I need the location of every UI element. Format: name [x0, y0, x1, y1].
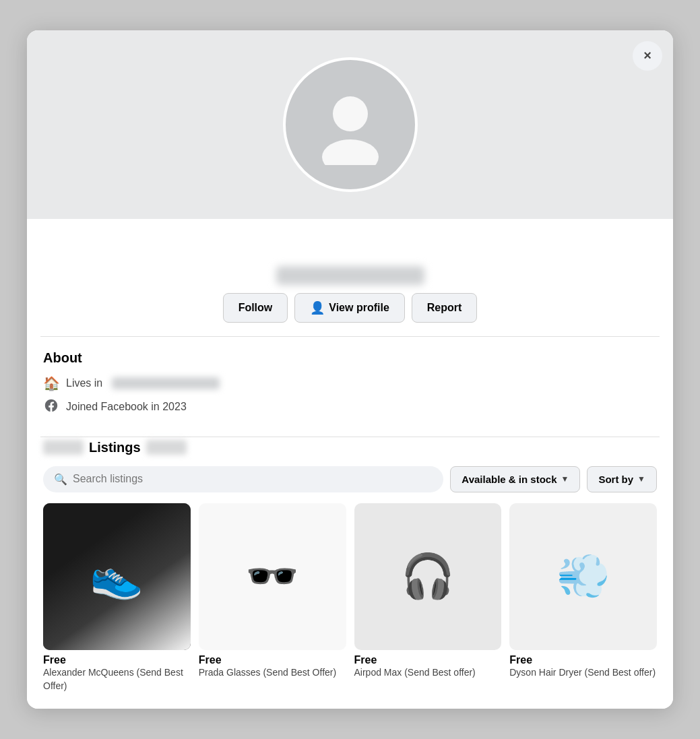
chevron-down-icon: ▼	[561, 474, 569, 484]
username-area	[27, 219, 673, 293]
search-icon: 🔍	[54, 473, 67, 486]
follow-button[interactable]: Follow	[223, 293, 288, 323]
modal-header: ×	[27, 30, 673, 219]
listing-item[interactable]: Free Dyson Hair Dryer (Send Best offer)	[509, 503, 657, 693]
available-filter-button[interactable]: Available & in stock ▼	[450, 466, 580, 492]
listing-price: Free	[509, 654, 657, 666]
listing-title: Alexander McQueens (Send Best Offer)	[43, 666, 191, 693]
about-title: About	[43, 350, 657, 366]
username-blur	[276, 266, 424, 285]
profile-modal: × Follow 👤 View profile Report	[27, 30, 673, 709]
page-background: × Follow 👤 View profile Report	[0, 0, 700, 739]
search-box[interactable]: 🔍	[43, 466, 443, 492]
svg-point-1	[322, 139, 379, 165]
sort-chevron-down-icon: ▼	[637, 474, 645, 484]
follow-label: Follow	[238, 302, 273, 314]
listings-section: Listings 🔍 Available & in stock ▼	[27, 437, 673, 709]
sort-by-button[interactable]: Sort by ▼	[587, 466, 657, 492]
view-profile-button[interactable]: 👤 View profile	[294, 293, 405, 323]
close-button[interactable]: ×	[633, 41, 662, 71]
listings-title: Listings	[84, 440, 146, 455]
listing-image	[199, 503, 346, 651]
joined-label: Joined Facebook in 2023	[66, 401, 187, 413]
action-buttons: Follow 👤 View profile Report	[27, 293, 673, 336]
sort-by-label: Sort by	[598, 474, 633, 485]
lives-in-item: 🏠 Lives in	[43, 375, 657, 391]
listing-price: Free	[43, 654, 191, 666]
listing-title: Airpod Max (Send Best offer)	[354, 666, 502, 680]
search-input[interactable]	[73, 473, 433, 485]
modal-body: Follow 👤 View profile Report About 🏠 Liv…	[27, 219, 673, 709]
listing-price: Free	[354, 654, 502, 666]
svg-point-0	[333, 96, 368, 131]
listing-title: Prada Glasses (Send Best Offer)	[199, 666, 346, 680]
listing-image	[509, 503, 657, 651]
search-filter-row: 🔍 Available & in stock ▼ Sort by ▼	[43, 466, 657, 492]
listing-image	[354, 503, 502, 651]
report-label: Report	[427, 302, 462, 314]
joined-item: Joined Facebook in 2023	[43, 398, 657, 416]
listing-item[interactable]: Free Airpod Max (Send Best offer)	[354, 503, 502, 693]
listing-title: Dyson Hair Dryer (Send Best offer)	[509, 666, 657, 680]
listing-item[interactable]: Free Alexander McQueens (Send Best Offer…	[43, 503, 191, 693]
listings-header: Listings	[43, 437, 657, 455]
listing-price: Free	[199, 654, 346, 666]
lives-in-label: Lives in	[66, 377, 102, 389]
listing-image	[43, 503, 191, 651]
about-section: About 🏠 Lives in Joined Facebook in 2023	[27, 337, 673, 437]
listings-title-blur-left	[43, 440, 84, 455]
facebook-icon	[43, 398, 59, 416]
avatar-container	[283, 57, 418, 192]
listings-grid: Free Alexander McQueens (Send Best Offer…	[43, 503, 657, 693]
person-icon	[310, 84, 391, 165]
listings-title-bar: Listings	[43, 440, 187, 455]
home-icon: 🏠	[43, 375, 59, 391]
profile-icon: 👤	[310, 300, 325, 315]
report-button[interactable]: Report	[412, 293, 478, 323]
listings-title-blur-right	[146, 440, 187, 455]
lives-in-value-blur	[112, 377, 220, 389]
listing-item[interactable]: Free Prada Glasses (Send Best Offer)	[199, 503, 346, 693]
available-filter-label: Available & in stock	[462, 474, 556, 485]
avatar	[283, 57, 418, 192]
view-profile-label: View profile	[329, 302, 389, 314]
